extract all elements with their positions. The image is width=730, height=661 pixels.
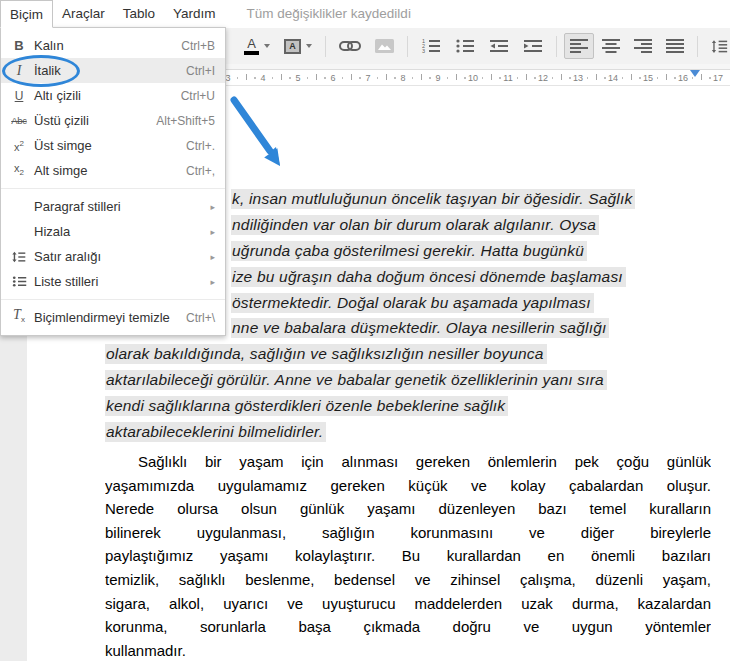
numbered-list-icon: 123 — [421, 39, 441, 53]
document-text-line[interactable]: Sağlıklı bir yaşam için alınması gereken… — [105, 450, 711, 474]
ruler-tick — [456, 74, 457, 80]
link-icon — [339, 39, 361, 53]
ruler-number: 10 — [468, 73, 478, 83]
align-center-button[interactable] — [596, 33, 626, 59]
menu-item-align[interactable]: Hizala▸ — [1, 219, 225, 244]
menubar-item-yardim[interactable]: Yardım — [164, 0, 225, 28]
menubar-item-bicim[interactable]: Biçim — [0, 0, 53, 28]
ruler-number: 9 — [435, 73, 440, 83]
selected-text: uğrunda çaba gösterilmesi gerekir. Hatta… — [231, 241, 587, 261]
ruler-tick — [526, 74, 527, 80]
ruler-tick — [482, 77, 484, 79]
document-text-line[interactable]: sigara, alkol, uyarıcı ve uyuşturucu mad… — [105, 592, 711, 616]
right-indent-marker[interactable] — [690, 70, 700, 77]
ruler-tick — [281, 74, 282, 80]
body-paragraph[interactable]: Sağlıklı bir yaşam için alınması gereken… — [105, 450, 711, 661]
menu-item-list-styles[interactable]: Liste stilleri▸ — [1, 269, 225, 294]
document-text-line[interactable]: yaşamımızda uygulamamız gereken küçük ve… — [105, 474, 711, 498]
ruler-tick — [447, 77, 449, 79]
selected-text: aktarılabileceği görülür. Anne ve babala… — [105, 370, 607, 390]
document-text-line[interactable]: korunma, sorunlarla başa çıkmada doğru v… — [105, 615, 711, 639]
list-styles-icon — [9, 276, 29, 287]
menu-shortcut: Ctrl+U — [181, 89, 215, 103]
ruler-tick — [666, 74, 667, 80]
ruler-tick — [604, 77, 606, 79]
arrow-annotation — [226, 92, 298, 184]
document-text-line[interactable]: kullanmadır. — [105, 639, 711, 661]
menu-item-label: Paragraf stilleri — [34, 199, 121, 214]
submenu-arrow-icon: ▸ — [210, 202, 215, 212]
ruler-tick — [552, 77, 554, 79]
menu-shortcut: Ctrl+. — [186, 139, 215, 153]
toolbar-separator — [556, 36, 557, 57]
menu-item-label: Altı çizili — [34, 88, 81, 103]
selected-text: olarak bakıldığında, sağlığın ve sağlıks… — [105, 344, 547, 364]
document-text-line[interactable]: aktarılabileceği görülür. Anne ve babala… — [105, 367, 723, 393]
selected-text: aktarabileceklerini bilmelidirler. — [105, 422, 326, 442]
document-text-line[interactable]: aktarabileceklerini bilmelidirler. — [105, 419, 723, 445]
menu-item-label: Liste stilleri — [34, 274, 98, 289]
ruler-tick — [272, 77, 274, 79]
numbered-list-button[interactable]: 123 — [415, 33, 447, 59]
menu-shortcut: Ctrl+I — [186, 64, 215, 78]
ruler-number: 7 — [365, 73, 370, 83]
selected-text: nne ve babalara düşmektedir. Olaya nesil… — [231, 318, 609, 338]
menu-shortcut: Ctrl+, — [186, 164, 215, 178]
justify-button[interactable] — [660, 33, 690, 59]
document-text-line[interactable]: kendi sağlıklarına gösterdikleri özenle … — [105, 393, 723, 419]
bulleted-list-button[interactable] — [449, 33, 481, 59]
ruler-tick — [561, 74, 562, 80]
ruler-number: 3 — [225, 73, 230, 83]
document-text-line[interactable]: temizlik, sağlıklı beslenme, bedensel ve… — [105, 568, 711, 592]
insert-image-button[interactable] — [369, 33, 400, 59]
menu-item-line-spacing[interactable]: Satır aralığı▸ — [1, 244, 225, 269]
text-color-button[interactable]: A — [238, 33, 276, 59]
submenu-arrow-icon: ▸ — [210, 252, 215, 262]
align-left-button[interactable] — [564, 33, 594, 59]
align-right-button[interactable] — [628, 33, 658, 59]
submenu-arrow-icon: ▸ — [210, 227, 215, 237]
menu-item-clear-formatting[interactable]: TxBiçimlendirmeyi temizleCtrl+\ — [1, 305, 225, 330]
selected-text: k, insan mutluluğunun öncelik taşıyan bi… — [231, 189, 635, 209]
ruler-tick — [421, 74, 422, 80]
menu-item-subscript[interactable]: x2Alt simgeCtrl+, — [1, 158, 225, 183]
menu-item-strikethrough[interactable]: AbcÜstü çiziliAlt+Shift+5 — [1, 108, 225, 133]
ruler-tick — [324, 77, 326, 79]
ruler-tick — [596, 74, 597, 80]
document-text-line[interactable]: bilinerek uygulanması, sağlığın korunmas… — [105, 521, 711, 545]
subscript-icon: x2 — [9, 168, 29, 173]
toolbar-separator — [697, 36, 698, 57]
menu-item-label: Satır aralığı — [34, 249, 101, 264]
align-center-icon — [602, 39, 620, 53]
menu-item-label: Alt simge — [34, 163, 87, 178]
document-text-line[interactable]: Nerede olursa olsun günlük yaşamı düzenl… — [105, 497, 711, 521]
ruler-tick — [639, 77, 641, 79]
align-left-icon — [570, 39, 588, 53]
ruler-tick — [491, 74, 492, 80]
ruler-number: 8 — [400, 73, 405, 83]
document-text-line[interactable]: paylaştığımız yaşamı kolaylaştırır. Bu k… — [105, 544, 711, 568]
ruler-number: 5 — [295, 73, 300, 83]
menubar-item-tablo[interactable]: Tablo — [114, 0, 164, 28]
menubar-item-araclar[interactable]: Araçlar — [53, 0, 114, 28]
outdent-icon — [489, 39, 509, 53]
google-docs-window: Biçim Araçlar Tablo Yardım Tüm değişikli… — [0, 0, 730, 661]
justify-icon — [666, 39, 684, 53]
ruler-tick — [622, 77, 624, 79]
document-text-line[interactable]: olarak bakıldığında, sağlığın ve sağlıks… — [105, 341, 723, 367]
decrease-indent-button[interactable] — [483, 33, 515, 59]
menu-item-superscript[interactable]: x2Üst simgeCtrl+. — [1, 133, 225, 158]
highlight-color-button[interactable]: A — [278, 33, 318, 59]
insert-link-button[interactable] — [333, 33, 367, 59]
save-status-text: Tüm değişiklikler kaydedildi — [247, 0, 411, 28]
menu-item-paragraph-styles[interactable]: Paragraf stilleri▸ — [1, 194, 225, 219]
ruler-tick — [464, 77, 466, 79]
ruler-tick — [709, 77, 711, 79]
line-spacing-button[interactable] — [705, 33, 730, 59]
ruler-tick — [674, 77, 676, 79]
ruler-tick — [657, 77, 659, 79]
circle-annotation — [2, 55, 80, 87]
toolbar-separator — [407, 36, 408, 57]
increase-indent-button[interactable] — [517, 33, 549, 59]
ruler-tick — [289, 77, 291, 79]
